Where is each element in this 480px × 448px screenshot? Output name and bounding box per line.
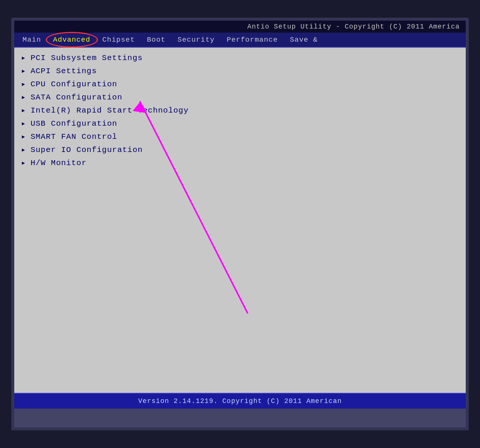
list-item-super-io-label: Super IO Configuration [30, 146, 142, 154]
nav-item-performance[interactable]: Performance [222, 34, 282, 45]
arrow-icon-super-io: ► [22, 147, 25, 153]
arrow-icon-pci: ► [22, 55, 25, 61]
footer-bar: Version 2.14.1219. Copyright (C) 2011 Am… [14, 393, 466, 409]
nav-item-security[interactable]: Security [173, 34, 219, 45]
list-item-smart-fan[interactable]: ► SMART FAN Control [14, 130, 466, 143]
nav-item-save[interactable]: Save & [285, 34, 322, 45]
nav-item-main[interactable]: Main [18, 34, 46, 45]
list-item-sata[interactable]: ► SATA Configuration [14, 91, 466, 104]
list-item-cpu[interactable]: ► CPU Configuration [14, 78, 466, 91]
nav-item-chipset[interactable]: Chipset [98, 34, 140, 45]
list-item-pci[interactable]: ► PCI Subsystem Settings [14, 51, 466, 65]
list-item-super-io[interactable]: ► Super IO Configuration [14, 143, 466, 156]
list-item-smart-fan-label: SMART FAN Control [30, 132, 117, 141]
list-item-pci-label: PCI Subsystem Settings [30, 54, 142, 62]
arrow-icon-intel-rst: ► [22, 108, 25, 114]
footer-text: Version 2.14.1219. Copyright (C) 2011 Am… [138, 397, 342, 405]
list-item-hw-monitor-label: H/W Monitor [30, 159, 87, 167]
list-item-acpi[interactable]: ► ACPI Settings [14, 65, 466, 78]
list-item-usb-label: USB Configuration [30, 119, 117, 128]
list-item-hw-monitor[interactable]: ► H/W Monitor [14, 156, 466, 170]
arrow-icon-hw-monitor: ► [22, 160, 25, 166]
nav-item-boot[interactable]: Boot [142, 34, 170, 45]
nav-bar: Main Advanced Chipset Boot Security Perf… [14, 33, 466, 48]
bios-wrapper: Antio Setup Utility - Copyright (C) 2011… [14, 21, 466, 409]
arrow-icon-acpi: ► [22, 68, 25, 74]
main-content: ► PCI Subsystem Settings ► ACPI Settings… [14, 48, 466, 393]
title-text: Antio Setup Utility - Copyright (C) 2011… [248, 23, 460, 30]
screen-container: Antio Setup Utility - Copyright (C) 2011… [11, 18, 469, 430]
arrow-icon-smart-fan: ► [22, 134, 25, 140]
arrow-icon-usb: ► [22, 121, 25, 127]
nav-item-advanced[interactable]: Advanced [49, 34, 95, 45]
list-item-acpi-label: ACPI Settings [30, 67, 97, 75]
list-item-usb[interactable]: ► USB Configuration [14, 117, 466, 130]
bottom-bar [14, 409, 466, 427]
list-item-sata-label: SATA Configuration [30, 93, 122, 102]
list-item-intel-rst-label: Intel(R) Rapid Start Technology [30, 106, 189, 115]
list-item-intel-rst[interactable]: ► Intel(R) Rapid Start Technology [14, 104, 466, 117]
list-item-cpu-label: CPU Configuration [30, 80, 117, 89]
nav-item-advanced-wrapper: Advanced [49, 34, 95, 45]
arrow-icon-sata: ► [22, 95, 25, 101]
arrow-icon-cpu: ► [22, 81, 25, 87]
title-bar: Antio Setup Utility - Copyright (C) 2011… [14, 21, 466, 33]
